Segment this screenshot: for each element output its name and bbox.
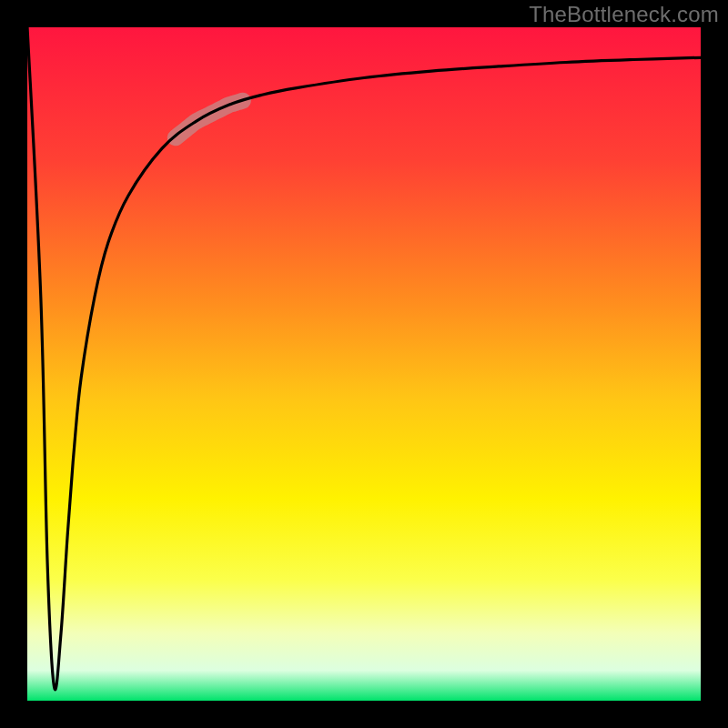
frame-bottom xyxy=(0,701,728,728)
plot-gradient-background xyxy=(27,27,701,701)
bottleneck-chart xyxy=(0,0,728,728)
frame-right xyxy=(701,0,728,728)
watermark-text: TheBottleneck.com xyxy=(529,2,719,27)
frame-left xyxy=(0,0,27,728)
chart-container: TheBottleneck.com xyxy=(0,0,728,728)
